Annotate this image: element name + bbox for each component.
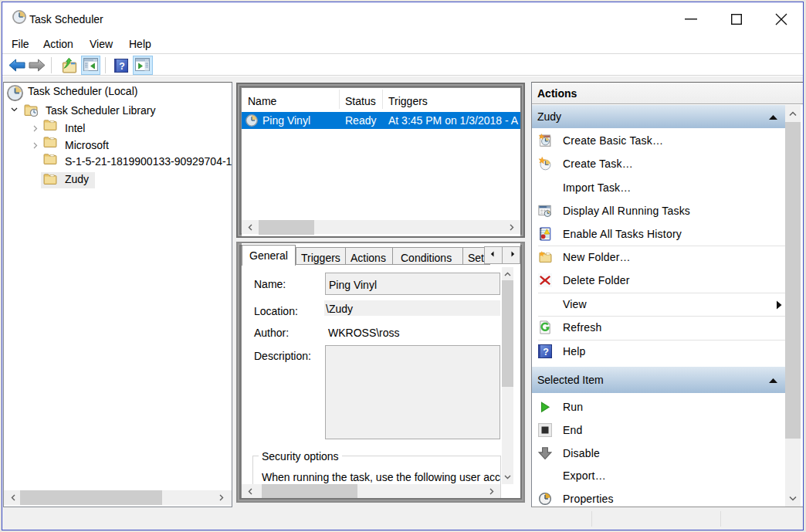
svg-text:?: ? bbox=[543, 347, 549, 357]
svg-text:?: ? bbox=[119, 61, 125, 72]
